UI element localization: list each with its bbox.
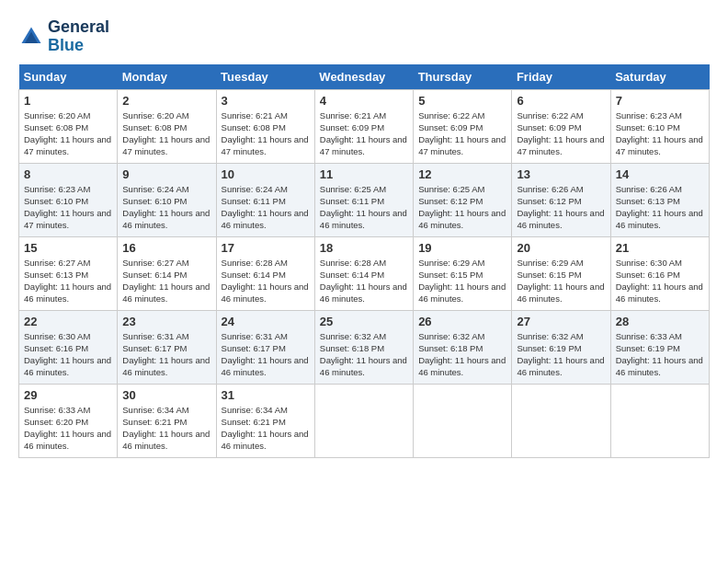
day-number: 14 bbox=[616, 167, 704, 181]
calendar-day-26: 26 Sunrise: 6:32 AMSunset: 6:18 PMDaylig… bbox=[414, 310, 512, 384]
day-number: 5 bbox=[418, 94, 506, 108]
calendar-day-9: 9 Sunrise: 6:24 AMSunset: 6:10 PMDayligh… bbox=[118, 163, 216, 236]
day-number: 31 bbox=[222, 388, 310, 402]
calendar-day-13: 13 Sunrise: 6:26 AMSunset: 6:12 PMDaylig… bbox=[512, 163, 610, 236]
calendar-day-1: 1 Sunrise: 6:20 AMSunset: 6:08 PMDayligh… bbox=[19, 89, 118, 163]
day-info: Sunrise: 6:24 AMSunset: 6:10 PMDaylight:… bbox=[122, 183, 210, 232]
calendar-day-17: 17 Sunrise: 6:28 AMSunset: 6:14 PMDaylig… bbox=[216, 236, 314, 310]
calendar-day-20: 20 Sunrise: 6:29 AMSunset: 6:15 PMDaylig… bbox=[512, 236, 610, 310]
col-header-friday: Friday bbox=[512, 64, 610, 90]
day-info: Sunrise: 6:34 AMSunset: 6:21 PMDaylight:… bbox=[222, 404, 310, 453]
day-number: 15 bbox=[24, 241, 112, 255]
calendar-day-3: 3 Sunrise: 6:21 AMSunset: 6:08 PMDayligh… bbox=[216, 89, 314, 163]
day-number: 2 bbox=[122, 94, 210, 108]
calendar-day-25: 25 Sunrise: 6:32 AMSunset: 6:18 PMDaylig… bbox=[314, 310, 413, 384]
day-number: 7 bbox=[616, 94, 704, 108]
day-info: Sunrise: 6:26 AMSunset: 6:12 PMDaylight:… bbox=[517, 183, 605, 232]
logo-icon bbox=[18, 24, 44, 50]
calendar-day-23: 23 Sunrise: 6:31 AMSunset: 6:17 PMDaylig… bbox=[118, 310, 216, 384]
day-number: 19 bbox=[418, 241, 506, 255]
calendar-day-14: 14 Sunrise: 6:26 AMSunset: 6:13 PMDaylig… bbox=[610, 163, 709, 236]
day-info: Sunrise: 6:33 AMSunset: 6:20 PMDaylight:… bbox=[24, 404, 112, 453]
calendar-day-16: 16 Sunrise: 6:27 AMSunset: 6:14 PMDaylig… bbox=[118, 236, 216, 310]
day-number: 25 bbox=[320, 315, 408, 328]
day-number: 24 bbox=[222, 315, 310, 328]
day-number: 12 bbox=[418, 167, 506, 181]
day-info: Sunrise: 6:33 AMSunset: 6:19 PMDaylight:… bbox=[616, 330, 704, 379]
day-info: Sunrise: 6:29 AMSunset: 6:15 PMDaylight:… bbox=[418, 257, 506, 305]
calendar-day-empty bbox=[314, 384, 413, 457]
day-number: 8 bbox=[24, 167, 112, 181]
day-info: Sunrise: 6:30 AMSunset: 6:16 PMDaylight:… bbox=[616, 257, 704, 305]
calendar-day-22: 22 Sunrise: 6:30 AMSunset: 6:16 PMDaylig… bbox=[19, 310, 118, 384]
calendar-day-7: 7 Sunrise: 6:23 AMSunset: 6:10 PMDayligh… bbox=[610, 89, 709, 163]
calendar-day-8: 8 Sunrise: 6:23 AMSunset: 6:10 PMDayligh… bbox=[19, 163, 118, 236]
day-number: 27 bbox=[517, 315, 605, 328]
day-number: 29 bbox=[24, 388, 112, 402]
col-header-wednesday: Wednesday bbox=[314, 64, 413, 90]
day-number: 16 bbox=[122, 241, 210, 255]
day-number: 18 bbox=[320, 241, 408, 255]
day-number: 20 bbox=[517, 241, 605, 255]
day-number: 30 bbox=[122, 388, 210, 402]
col-header-tuesday: Tuesday bbox=[216, 64, 314, 90]
day-info: Sunrise: 6:31 AMSunset: 6:17 PMDaylight:… bbox=[222, 330, 310, 379]
day-info: Sunrise: 6:24 AMSunset: 6:11 PMDaylight:… bbox=[222, 183, 310, 232]
logo: General Blue bbox=[18, 18, 109, 55]
day-info: Sunrise: 6:28 AMSunset: 6:14 PMDaylight:… bbox=[222, 257, 310, 305]
day-info: Sunrise: 6:22 AMSunset: 6:09 PMDaylight:… bbox=[418, 109, 506, 158]
col-header-monday: Monday bbox=[118, 64, 216, 90]
page-header: General Blue bbox=[18, 18, 710, 55]
day-number: 3 bbox=[222, 94, 310, 108]
day-number: 28 bbox=[616, 315, 704, 328]
day-info: Sunrise: 6:25 AMSunset: 6:12 PMDaylight:… bbox=[418, 183, 506, 232]
calendar-day-11: 11 Sunrise: 6:25 AMSunset: 6:11 PMDaylig… bbox=[314, 163, 413, 236]
calendar-day-28: 28 Sunrise: 6:33 AMSunset: 6:19 PMDaylig… bbox=[610, 310, 709, 384]
day-info: Sunrise: 6:23 AMSunset: 6:10 PMDaylight:… bbox=[616, 109, 704, 158]
col-header-saturday: Saturday bbox=[610, 64, 709, 90]
calendar-day-18: 18 Sunrise: 6:28 AMSunset: 6:14 PMDaylig… bbox=[314, 236, 413, 310]
day-info: Sunrise: 6:21 AMSunset: 6:09 PMDaylight:… bbox=[320, 109, 408, 158]
day-number: 26 bbox=[418, 315, 506, 328]
day-info: Sunrise: 6:20 AMSunset: 6:08 PMDaylight:… bbox=[122, 109, 210, 158]
col-header-thursday: Thursday bbox=[414, 64, 512, 90]
day-info: Sunrise: 6:27 AMSunset: 6:13 PMDaylight:… bbox=[24, 257, 112, 305]
day-info: Sunrise: 6:20 AMSunset: 6:08 PMDaylight:… bbox=[24, 109, 112, 158]
calendar-day-27: 27 Sunrise: 6:32 AMSunset: 6:19 PMDaylig… bbox=[512, 310, 610, 384]
calendar-day-empty bbox=[414, 384, 512, 457]
day-info: Sunrise: 6:26 AMSunset: 6:13 PMDaylight:… bbox=[616, 183, 704, 232]
logo-text: General Blue bbox=[48, 18, 109, 55]
calendar-day-30: 30 Sunrise: 6:34 AMSunset: 6:21 PMDaylig… bbox=[118, 384, 216, 457]
day-info: Sunrise: 6:23 AMSunset: 6:10 PMDaylight:… bbox=[24, 183, 112, 232]
calendar-day-4: 4 Sunrise: 6:21 AMSunset: 6:09 PMDayligh… bbox=[314, 89, 413, 163]
day-info: Sunrise: 6:30 AMSunset: 6:16 PMDaylight:… bbox=[24, 330, 112, 379]
day-number: 22 bbox=[24, 315, 112, 328]
day-number: 11 bbox=[320, 167, 408, 181]
day-info: Sunrise: 6:21 AMSunset: 6:08 PMDaylight:… bbox=[222, 109, 310, 158]
calendar-day-21: 21 Sunrise: 6:30 AMSunset: 6:16 PMDaylig… bbox=[610, 236, 709, 310]
day-info: Sunrise: 6:31 AMSunset: 6:17 PMDaylight:… bbox=[122, 330, 210, 379]
calendar-day-29: 29 Sunrise: 6:33 AMSunset: 6:20 PMDaylig… bbox=[19, 384, 118, 457]
day-number: 1 bbox=[24, 94, 112, 108]
calendar-day-19: 19 Sunrise: 6:29 AMSunset: 6:15 PMDaylig… bbox=[414, 236, 512, 310]
calendar-day-empty bbox=[610, 384, 709, 457]
calendar-day-10: 10 Sunrise: 6:24 AMSunset: 6:11 PMDaylig… bbox=[216, 163, 314, 236]
day-info: Sunrise: 6:34 AMSunset: 6:21 PMDaylight:… bbox=[122, 404, 210, 453]
calendar-day-24: 24 Sunrise: 6:31 AMSunset: 6:17 PMDaylig… bbox=[216, 310, 314, 384]
day-number: 6 bbox=[517, 94, 605, 108]
calendar-day-2: 2 Sunrise: 6:20 AMSunset: 6:08 PMDayligh… bbox=[118, 89, 216, 163]
day-info: Sunrise: 6:25 AMSunset: 6:11 PMDaylight:… bbox=[320, 183, 408, 232]
col-header-sunday: Sunday bbox=[19, 64, 118, 90]
calendar-table: SundayMondayTuesdayWednesdayThursdayFrid… bbox=[18, 64, 710, 458]
calendar-day-6: 6 Sunrise: 6:22 AMSunset: 6:09 PMDayligh… bbox=[512, 89, 610, 163]
day-number: 21 bbox=[616, 241, 704, 255]
day-info: Sunrise: 6:32 AMSunset: 6:18 PMDaylight:… bbox=[418, 330, 506, 379]
day-number: 4 bbox=[320, 94, 408, 108]
day-number: 9 bbox=[122, 167, 210, 181]
day-info: Sunrise: 6:32 AMSunset: 6:19 PMDaylight:… bbox=[517, 330, 605, 379]
day-number: 13 bbox=[517, 167, 605, 181]
day-info: Sunrise: 6:28 AMSunset: 6:14 PMDaylight:… bbox=[320, 257, 408, 305]
day-number: 23 bbox=[122, 315, 210, 328]
day-number: 10 bbox=[222, 167, 310, 181]
day-info: Sunrise: 6:32 AMSunset: 6:18 PMDaylight:… bbox=[320, 330, 408, 379]
